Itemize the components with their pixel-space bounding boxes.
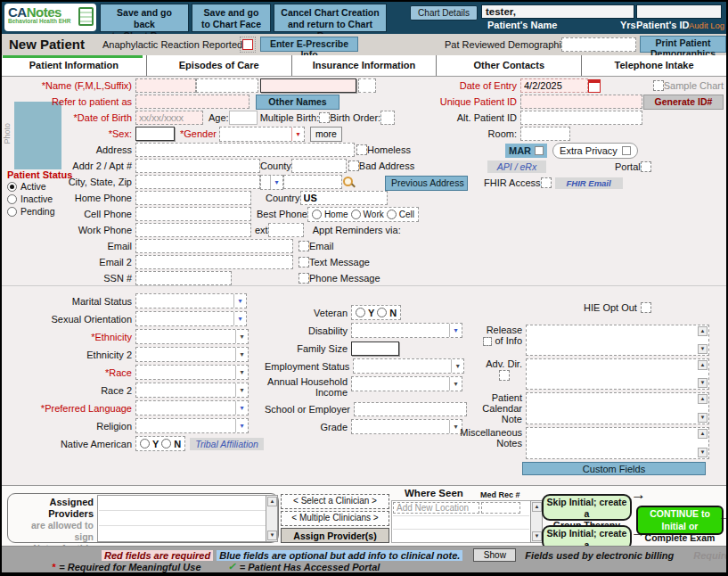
extra-privacy-checkbox[interactable]: [622, 146, 631, 155]
custom-fields-button[interactable]: Custom Fields: [522, 462, 706, 475]
homeless-checkbox[interactable]: [356, 144, 367, 155]
tab-telephone-intake[interactable]: Telephone Intake: [582, 55, 726, 76]
hie-opt-out-checkbox[interactable]: [641, 302, 651, 313]
misc-notes-textarea[interactable]: ▲▼: [526, 427, 709, 459]
last-name-input[interactable]: [260, 78, 356, 93]
adv-dir-textarea[interactable]: ▲▼: [526, 358, 709, 390]
family-size-input[interactable]: [351, 341, 399, 356]
anaphylactic-checkbox[interactable]: [242, 39, 253, 50]
other-names-button[interactable]: Other Names: [256, 95, 339, 110]
tribal-affiliation-link[interactable]: Tribal Affiliation: [190, 438, 264, 450]
generate-id-button[interactable]: Generate ID#: [643, 95, 724, 110]
veteran-y-radio[interactable]: [356, 308, 365, 317]
address-input[interactable]: [135, 143, 355, 157]
release-of-info-textarea[interactable]: ▲▼: [526, 325, 709, 356]
middle-name-input[interactable]: [196, 78, 258, 93]
refer-to-input[interactable]: [135, 95, 249, 109]
email2-input[interactable]: [135, 255, 293, 269]
work-phone-input[interactable]: [135, 223, 251, 237]
fhir-access-checkbox[interactable]: [541, 177, 552, 188]
native-y-radio[interactable]: [140, 439, 150, 448]
county-input[interactable]: [291, 159, 347, 173]
gender-select[interactable]: ▾: [219, 127, 305, 142]
show-button[interactable]: Show: [473, 548, 516, 562]
addr2-input[interactable]: [135, 159, 260, 173]
tab-patient-information[interactable]: Patient Information: [2, 55, 147, 76]
reminder-phone-checkbox[interactable]: [299, 273, 309, 284]
scroll-down-icon[interactable]: ▼: [698, 448, 708, 457]
mar-button[interactable]: MAR: [505, 144, 547, 158]
api-erx-link[interactable]: API / eRx: [487, 160, 546, 173]
assign-providers-button[interactable]: Assign Provider(s): [281, 528, 389, 543]
print-demographics-button[interactable]: Print Patient Demographics: [640, 36, 726, 53]
sexual-orientation-select[interactable]: ▾: [135, 311, 247, 326]
tab-episodes-of-care[interactable]: Episodes of Care: [147, 55, 292, 76]
save-back-button[interactable]: Save and go backto Chart Room: [100, 4, 189, 32]
home-phone-input[interactable]: [135, 191, 251, 205]
patient-calendar-note-textarea[interactable]: ▲▼: [526, 392, 709, 424]
age-input[interactable]: [229, 111, 258, 125]
best-phone-home-radio[interactable]: [312, 210, 322, 219]
country-input[interactable]: [300, 191, 388, 205]
first-name-input[interactable]: [135, 78, 196, 93]
scroll-down-icon[interactable]: ▼: [532, 531, 542, 541]
ethnicity2-select[interactable]: ▾: [135, 347, 249, 362]
add-location-input[interactable]: [393, 502, 479, 514]
mar-checkbox[interactable]: [535, 146, 544, 155]
tab-other-contacts[interactable]: Other Contacts: [437, 55, 582, 76]
calendar-icon[interactable]: [588, 79, 601, 93]
bad-address-checkbox[interactable]: [348, 160, 359, 171]
portal-checkbox[interactable]: [641, 161, 651, 172]
release-of-info-checkbox[interactable]: [483, 337, 492, 346]
skip-group-note-button[interactable]: Skip Initial; create aGroup Therapy Note: [542, 494, 632, 521]
save-chart-face-button[interactable]: Save and goto Chart Face: [192, 4, 271, 32]
tab-insurance-information[interactable]: Insurance Information: [292, 55, 438, 76]
date-of-birth-input[interactable]: [135, 111, 203, 125]
race2-select[interactable]: ▾: [135, 383, 249, 398]
cancel-chart-button[interactable]: Cancel Chart Creationand return to Chart…: [274, 4, 387, 32]
select-clinician-dropdown[interactable]: < Select a Clinician >: [281, 494, 389, 509]
scroll-up-icon[interactable]: ▲: [532, 502, 542, 512]
med-rec-input[interactable]: [481, 502, 520, 514]
scroll-down-icon[interactable]: ▼: [267, 531, 277, 540]
audit-log-link[interactable]: Audit Log: [689, 21, 724, 30]
city-input[interactable]: [135, 175, 260, 189]
scroll-up-icon[interactable]: ▲: [698, 394, 708, 404]
adv-dir-checkbox[interactable]: [499, 370, 510, 381]
multiple-birth-checkbox[interactable]: [319, 112, 330, 123]
more-button[interactable]: more: [310, 127, 342, 142]
ethnicity-select[interactable]: ▾: [135, 329, 249, 344]
reminder-text-checkbox[interactable]: [299, 257, 309, 267]
ext-input[interactable]: [268, 223, 304, 237]
state-select[interactable]: ▾: [260, 175, 283, 190]
religion-select[interactable]: ▾: [135, 418, 249, 433]
marital-select[interactable]: ▾: [135, 293, 247, 309]
scroll-up-icon[interactable]: ▲: [698, 326, 708, 336]
scroll-up-icon[interactable]: ▲: [698, 360, 708, 370]
continue-exam-button[interactable]: CONTINUE to Initial orComplete Exam: [636, 506, 724, 535]
where-seen-scrollbar[interactable]: ▲ ▼: [530, 500, 543, 543]
provider-list[interactable]: [97, 495, 267, 542]
preferred-language-select[interactable]: ▾: [135, 400, 249, 416]
scroll-down-icon[interactable]: ▼: [698, 378, 708, 388]
scroll-up-icon[interactable]: ▲: [267, 497, 277, 506]
native-n-radio[interactable]: [161, 439, 171, 448]
email-input[interactable]: [135, 239, 293, 253]
best-phone-cell-radio[interactable]: [387, 210, 397, 219]
chart-details-button[interactable]: Chart Details: [410, 5, 478, 21]
best-phone-work-radio[interactable]: [351, 210, 361, 219]
previous-address-button[interactable]: Previous Address: [385, 176, 468, 191]
reminder-email-checkbox[interactable]: [299, 241, 309, 251]
search-icon[interactable]: [342, 176, 356, 189]
eprescribe-button[interactable]: Enter E-Prescribe Info: [260, 37, 358, 52]
veteran-n-radio[interactable]: [377, 308, 387, 317]
where-seen-list[interactable]: [391, 500, 531, 543]
race-select[interactable]: ▾: [135, 365, 249, 380]
scroll-down-icon[interactable]: ▼: [698, 413, 708, 423]
zip-input[interactable]: [283, 175, 342, 189]
alt-id-input[interactable]: [520, 111, 642, 125]
scroll-down-icon[interactable]: ▼: [698, 344, 708, 354]
pat-reviewed-input[interactable]: [561, 37, 636, 52]
provider-list-scrollbar[interactable]: ▲ ▼: [266, 495, 278, 542]
cell-phone-input[interactable]: [135, 207, 251, 221]
